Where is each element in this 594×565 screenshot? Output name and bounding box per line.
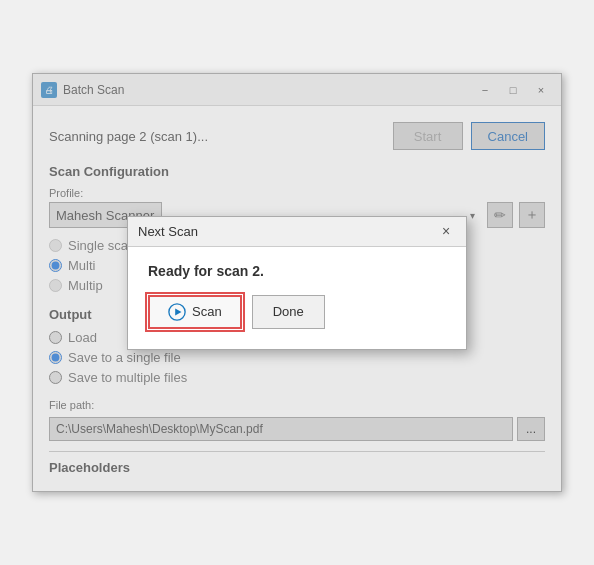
svg-marker-1 (175, 308, 181, 315)
modal-buttons: Scan Done (148, 295, 446, 329)
scan-button-label: Scan (192, 304, 222, 319)
play-icon (168, 303, 186, 321)
modal-title: Next Scan (138, 224, 436, 239)
batch-scan-window: 🖨 Batch Scan − □ × Scanning page 2 (scan… (32, 73, 562, 492)
next-scan-modal: Next Scan × Ready for scan 2. Scan Done (127, 216, 467, 350)
modal-overlay: Next Scan × Ready for scan 2. Scan Done (33, 74, 561, 491)
modal-close-button[interactable]: × (436, 221, 456, 241)
done-button[interactable]: Done (252, 295, 325, 329)
scan-button[interactable]: Scan (148, 295, 242, 329)
modal-title-bar: Next Scan × (128, 217, 466, 247)
modal-message: Ready for scan 2. (148, 263, 446, 279)
modal-body: Ready for scan 2. Scan Done (128, 247, 466, 349)
